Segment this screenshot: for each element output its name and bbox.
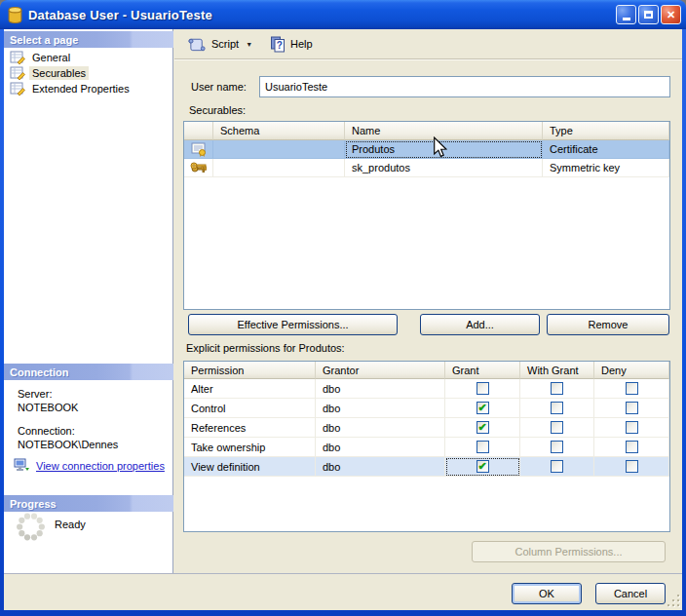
connection-properties-icon — [14, 458, 30, 473]
type-column-header[interactable]: Type — [543, 122, 669, 140]
deny-checkbox[interactable] — [626, 421, 638, 434]
page-icon — [10, 65, 25, 81]
help-button[interactable]: ? Help — [266, 34, 317, 55]
remove-label: Remove — [589, 319, 629, 330]
ok-button[interactable]: OK — [512, 583, 582, 604]
close-icon: ✕ — [667, 9, 675, 21]
deny-column-header[interactable]: Deny — [594, 362, 669, 379]
effective-permissions-button[interactable]: Effective Permissions... — [188, 314, 398, 335]
permission-column-header[interactable]: Permission — [184, 362, 316, 379]
sidebar-item-label: Securables — [29, 66, 89, 80]
user-name-value: UsuarioTeste — [265, 81, 327, 93]
progress-status: Ready — [55, 519, 86, 530]
sidebar-item-label: General — [29, 51, 73, 64]
permissions-table[interactable]: Permission Grantor Grant With Grant Deny… — [183, 361, 670, 532]
permission-cell: References — [184, 418, 316, 438]
with-grant-checkbox[interactable] — [551, 421, 563, 434]
securables-table-header: Schema Name Type — [184, 122, 669, 140]
title-bar[interactable]: Database User - UsuarioTeste ✕ — [0, 0, 686, 29]
grant-checkbox[interactable] — [476, 382, 489, 395]
name-column-header[interactable]: Name — [345, 122, 543, 140]
grantor-cell: dbo — [316, 379, 445, 399]
certificate-icon — [191, 141, 207, 157]
select-a-page-header: Select a page — [4, 31, 173, 48]
deny-checkbox[interactable] — [626, 382, 638, 395]
securable-row-produtos[interactable]: Produtos Certificate — [184, 140, 669, 159]
connection-header: Connection — [4, 364, 173, 380]
maximize-icon — [644, 11, 653, 19]
permissions-table-header: Permission Grantor Grant With Grant Deny — [184, 362, 669, 379]
permission-row-alter[interactable]: Alter dbo — [184, 379, 669, 399]
with-grant-checkbox[interactable] — [551, 460, 563, 473]
deny-checkbox[interactable] — [626, 460, 638, 473]
user-name-input[interactable]: UsuarioTeste — [259, 76, 670, 97]
column-permissions-button: Column Permissions... — [472, 541, 666, 562]
securables-label: Securables: — [189, 104, 246, 116]
securable-row-sk-produtos[interactable]: sk_produtos Symmetric key — [184, 159, 669, 177]
sidebar-item-label: Extended Properties — [29, 82, 133, 96]
permission-row-references[interactable]: References dbo — [184, 418, 669, 438]
deny-checkbox[interactable] — [626, 402, 638, 414]
effective-permissions-label: Effective Permissions... — [237, 319, 348, 330]
view-connection-properties-link[interactable]: View connection properties — [36, 460, 165, 472]
explicit-permissions-label: Explicit permissions for Produtos: — [186, 342, 345, 354]
deny-checkbox[interactable] — [626, 441, 638, 453]
chevron-down-icon[interactable]: ▼ — [246, 41, 252, 48]
permission-row-view-definition[interactable]: View definition dbo — [184, 457, 669, 477]
database-icon — [8, 7, 22, 23]
script-icon — [188, 36, 207, 52]
sidebar-item-securables[interactable]: Securables — [10, 65, 166, 81]
securables-table[interactable]: Schema Name Type P — [183, 121, 670, 310]
schema-cell — [213, 159, 345, 177]
toolbar: Script ▼ ? Help — [174, 29, 682, 59]
permission-cell: Take ownership — [184, 438, 316, 457]
cancel-button[interactable]: Cancel — [595, 583, 666, 604]
bottom-strip: OK Cancel — [4, 573, 682, 610]
script-label: Script — [211, 38, 239, 50]
name-cell: sk_produtos — [345, 159, 543, 177]
permission-row-take-ownership[interactable]: Take ownership dbo — [184, 438, 669, 457]
right-panel: Script ▼ ? Help User name: UsuarioTeste … — [174, 29, 682, 573]
icon-column-header[interactable] — [184, 122, 213, 140]
connection-value: NOTEBOOK\Dennes — [18, 439, 118, 450]
add-label: Add... — [466, 319, 494, 330]
window-title: Database User - UsuarioTeste — [28, 8, 212, 22]
dialog-body: Select a page General Securabl — [4, 29, 682, 610]
resize-grip[interactable] — [667, 594, 679, 606]
grantor-column-header[interactable]: Grantor — [316, 362, 445, 379]
maximize-button[interactable] — [638, 5, 659, 24]
help-icon: ? — [270, 36, 286, 53]
close-button[interactable]: ✕ — [661, 5, 681, 24]
sidebar-item-general[interactable]: General — [10, 50, 166, 65]
left-panel: Select a page General Securabl — [4, 29, 173, 573]
type-cell: Certificate — [543, 140, 669, 159]
grant-checkbox[interactable] — [476, 402, 489, 414]
server-label: Server: — [18, 388, 52, 400]
user-name-label: User name: — [191, 81, 247, 93]
add-button[interactable]: Add... — [420, 314, 540, 335]
grant-column-header[interactable]: Grant — [445, 362, 520, 379]
progress-header: Progress — [4, 495, 173, 512]
type-cell: Symmetric key — [543, 159, 669, 177]
grant-checkbox[interactable] — [476, 421, 489, 434]
with-grant-checkbox[interactable] — [551, 402, 563, 414]
with-grant-column-header[interactable]: With Grant — [520, 362, 594, 379]
remove-button[interactable]: Remove — [547, 314, 669, 335]
grantor-cell: dbo — [316, 399, 445, 418]
database-user-dialog: Database User - UsuarioTeste ✕ Select a … — [0, 0, 686, 616]
help-label: Help — [290, 38, 313, 50]
permission-cell: Alter — [184, 379, 316, 399]
grantor-cell: dbo — [316, 418, 445, 438]
grant-checkbox[interactable] — [476, 441, 489, 453]
minimize-button[interactable] — [616, 5, 636, 24]
ok-label: OK — [539, 588, 554, 599]
with-grant-checkbox[interactable] — [551, 382, 563, 395]
permission-row-control[interactable]: Control dbo — [184, 399, 669, 418]
script-button[interactable]: Script ▼ — [184, 34, 256, 54]
connection-title: Connection — [10, 366, 69, 378]
schema-column-header[interactable]: Schema — [213, 122, 345, 140]
sidebar-item-extended-properties[interactable]: Extended Properties — [10, 81, 166, 96]
with-grant-checkbox[interactable] — [551, 441, 563, 453]
grant-checkbox[interactable] — [476, 460, 489, 473]
view-connection-properties[interactable]: View connection properties — [14, 458, 165, 473]
